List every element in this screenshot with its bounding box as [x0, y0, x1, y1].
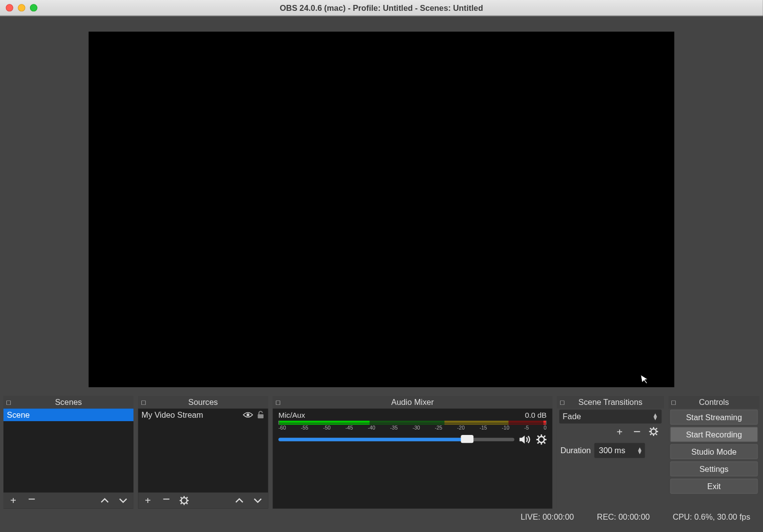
sources-list[interactable]: My Video Stream [138, 408, 268, 493]
popout-icon[interactable]: ◻ [274, 398, 282, 406]
status-bar: LIVE: 00:00:00 REC: 00:00:00 CPU: 0.6%, … [0, 509, 763, 525]
svg-line-8 [186, 503, 187, 504]
start-recording-button[interactable]: Start Recording [670, 427, 758, 442]
svg-line-26 [656, 434, 657, 435]
audio-mixer-panel: ◻ Audio Mixer Mic/Aux 0.0 dB -60 -55 -50… [273, 396, 553, 509]
transition-properties-button[interactable] [649, 427, 660, 440]
svg-point-20 [651, 429, 657, 434]
sources-title: Sources [188, 398, 218, 407]
svg-line-7 [181, 497, 182, 498]
controls-title: Controls [699, 398, 729, 407]
sources-panel: ◻ Sources My Video Stream [138, 396, 268, 509]
popout-icon[interactable]: ◻ [4, 398, 12, 406]
exit-button[interactable]: Exit [670, 479, 758, 494]
scenes-list[interactable]: Scene [3, 408, 133, 493]
mixer-title: Audio Mixer [391, 398, 433, 407]
source-properties-button[interactable] [179, 496, 190, 505]
mixer-header[interactable]: ◻ Audio Mixer [273, 396, 553, 409]
mixer-ticks: -60 -55 -50 -45 -40 -35 -30 -25 -20 -15 … [278, 425, 546, 431]
scenes-header[interactable]: ◻ Scenes [3, 396, 133, 409]
popout-icon[interactable]: ◻ [670, 398, 678, 406]
window-close-button[interactable] [6, 4, 13, 11]
transitions-title: Scene Transitions [578, 398, 642, 407]
svg-line-9 [186, 497, 187, 498]
volume-slider[interactable] [278, 438, 514, 441]
remove-source-button[interactable]: − [161, 493, 171, 506]
controls-header[interactable]: ◻ Controls [668, 396, 760, 409]
duration-value: 300 ms [599, 446, 626, 455]
window-title: OBS 24.0.6 (mac) - Profile: Untitled - S… [0, 3, 763, 12]
scene-item-label: Scene [7, 410, 30, 420]
studio-mode-button[interactable]: Studio Mode [670, 444, 758, 459]
transition-current: Fade [563, 412, 581, 421]
source-item-label: My Video Stream [141, 410, 203, 420]
preview-canvas[interactable] [89, 32, 674, 387]
window-minimize-button[interactable] [18, 4, 25, 11]
status-rec: REC: 00:00:00 [597, 512, 650, 522]
settings-button[interactable]: Settings [670, 462, 758, 476]
scenes-title: Scenes [55, 398, 82, 407]
remove-scene-button[interactable]: − [27, 493, 37, 506]
svg-line-19 [537, 442, 539, 444]
svg-point-0 [246, 413, 249, 416]
move-source-up-button[interactable] [235, 497, 245, 504]
popout-icon[interactable]: ◻ [558, 398, 566, 406]
window-zoom-button[interactable] [30, 4, 37, 11]
duration-spinbox[interactable]: 300 ms ▲▼ [594, 443, 645, 458]
svg-line-25 [650, 428, 651, 429]
sources-toolbar: + − [138, 493, 268, 509]
cursor-icon [640, 373, 651, 386]
transitions-panel: ◻ Scene Transitions Fade ▲▼ + − Duration [557, 396, 664, 509]
svg-rect-1 [258, 414, 264, 418]
mixer-channel-name: Mic/Aux [278, 411, 305, 420]
scenes-panel: ◻ Scenes Scene + − [3, 396, 133, 509]
svg-point-2 [181, 498, 187, 503]
speaker-icon[interactable] [519, 434, 532, 445]
svg-line-10 [181, 503, 182, 504]
titlebar: OBS 24.0.6 (mac) - Profile: Untitled - S… [0, 0, 763, 16]
transition-select[interactable]: Fade ▲▼ [559, 410, 662, 424]
mixer-channel-level: 0.0 dB [525, 411, 547, 420]
gear-icon[interactable] [536, 434, 547, 445]
popout-icon[interactable]: ◻ [139, 398, 147, 406]
mixer-meter [278, 421, 546, 425]
scene-item[interactable]: Scene [3, 408, 133, 421]
transitions-header[interactable]: ◻ Scene Transitions [557, 396, 664, 409]
svg-point-11 [538, 436, 544, 442]
remove-transition-button[interactable]: − [631, 426, 642, 438]
move-scene-up-button[interactable] [100, 497, 110, 504]
svg-line-17 [544, 442, 545, 444]
svg-line-16 [537, 435, 539, 437]
status-cpu: CPU: 0.6%, 30.00 fps [673, 512, 750, 522]
source-item[interactable]: My Video Stream [138, 408, 268, 421]
start-streaming-button[interactable]: Start Streaming [670, 410, 758, 425]
volume-slider-thumb[interactable] [461, 435, 474, 443]
scenes-toolbar: + − [3, 493, 133, 509]
lock-open-icon[interactable] [257, 411, 265, 419]
mixer-channel: Mic/Aux 0.0 dB -60 -55 -50 -45 -40 -35 -… [273, 408, 553, 445]
move-source-down-button[interactable] [253, 497, 264, 504]
sources-header[interactable]: ◻ Sources [138, 396, 268, 409]
duration-label: Duration [561, 446, 591, 455]
eye-icon[interactable] [243, 411, 253, 418]
chevron-updown-icon[interactable]: ▲▼ [637, 447, 643, 454]
preview-area [0, 16, 763, 396]
svg-line-27 [656, 428, 657, 429]
move-scene-down-button[interactable] [119, 497, 129, 504]
add-scene-button[interactable]: + [8, 496, 18, 506]
svg-line-18 [544, 435, 545, 437]
add-source-button[interactable]: + [143, 496, 153, 506]
status-live: LIVE: 00:00:00 [521, 512, 574, 522]
add-transition-button[interactable]: + [614, 427, 625, 440]
chevron-updown-icon: ▲▼ [653, 413, 659, 420]
controls-panel: ◻ Controls Start Streaming Start Recordi… [668, 396, 760, 509]
svg-line-28 [650, 434, 651, 435]
